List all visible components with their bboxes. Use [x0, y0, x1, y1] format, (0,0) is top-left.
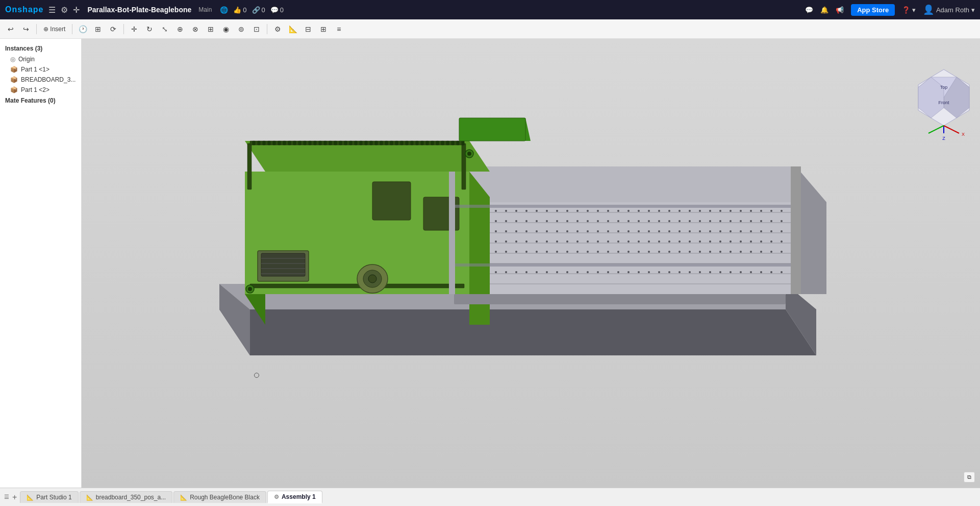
document-tabs-bar: ☰ + 📐 Part Studio 1 📐 breadboard_350_pos… — [0, 488, 980, 506]
insert-button[interactable]: ⊕ Insert — [40, 22, 68, 36]
user-menu-chevron-icon: ▾ — [971, 6, 975, 14]
link-icon[interactable]: 🔗 0 — [252, 6, 265, 14]
svg-rect-69 — [668, 220, 670, 222]
svg-rect-174 — [760, 251, 762, 253]
svg-rect-144 — [781, 240, 783, 243]
svg-rect-138 — [719, 240, 721, 243]
svg-rect-102 — [679, 230, 681, 232]
svg-rect-181 — [505, 271, 507, 273]
mate-button[interactable]: ⊕ — [173, 22, 187, 36]
pin-slot-button[interactable]: ⊡ — [250, 22, 263, 36]
add-icon[interactable]: ✛ — [73, 5, 80, 15]
svg-rect-254 — [441, 141, 444, 145]
svg-marker-1 — [219, 309, 816, 355]
svg-rect-264 — [261, 253, 305, 276]
3d-viewport[interactable]: Front Top Z X ⧉ — [82, 39, 980, 488]
breadboard-item[interactable]: 📦 BREADBOARD_3... — [0, 75, 81, 85]
svg-rect-52 — [495, 220, 497, 222]
list-view-icon[interactable]: ⚙ — [61, 5, 68, 15]
display-settings-button[interactable]: ⧉ — [964, 472, 975, 483]
tab-list-icon[interactable]: ☰ — [4, 494, 9, 500]
svg-rect-227 — [304, 141, 306, 145]
svg-marker-209 — [245, 141, 490, 172]
transform-button[interactable]: ⤡ — [158, 22, 171, 36]
svg-rect-67 — [648, 220, 650, 222]
translate-button[interactable]: ✛ — [128, 22, 141, 36]
misc-button[interactable]: ≡ — [332, 22, 345, 36]
svg-rect-92 — [576, 230, 579, 232]
document-title: Parallax-Bot-Plate-Beaglebone — [87, 6, 191, 14]
breadboard-tab-icon: 📐 — [86, 494, 93, 501]
svg-rect-175 — [770, 251, 772, 253]
svg-rect-105 — [709, 230, 711, 232]
svg-rect-190 — [597, 271, 599, 273]
thumbs-up-icon[interactable]: 👍 0 — [233, 6, 246, 14]
explode-button[interactable]: ⊞ — [91, 22, 105, 36]
tab-part-studio-1[interactable]: 📐 Part Studio 1 — [20, 491, 78, 503]
origin-item[interactable]: ◎ Origin — [0, 54, 81, 64]
assembly-tab-icon: ⚙ — [274, 494, 279, 500]
fastened-mate-button[interactable]: ⊗ — [189, 22, 202, 36]
svg-text:Front: Front — [938, 100, 949, 105]
svg-rect-123 — [566, 240, 568, 243]
chat-bubble-icon[interactable]: 💬 — [805, 6, 813, 14]
svg-rect-139 — [730, 240, 732, 243]
rotate-button[interactable]: ↻ — [143, 22, 156, 36]
svg-rect-205 — [750, 271, 752, 273]
tab-assembly-1[interactable]: ⚙ Assembly 1 — [267, 491, 322, 503]
measure-button[interactable]: 📐 — [286, 22, 299, 36]
svg-rect-118 — [515, 240, 517, 243]
svg-rect-37 — [668, 210, 670, 212]
svg-rect-220 — [268, 141, 270, 145]
svg-rect-239 — [365, 141, 367, 145]
svg-rect-197 — [668, 271, 670, 273]
grid-button[interactable]: ⊞ — [317, 22, 330, 36]
part1-instance1-item[interactable]: 📦 Part 1 <1> — [0, 64, 81, 75]
svg-rect-44 — [740, 210, 742, 212]
part1-instance2-item[interactable]: 📦 Part 1 <2> — [0, 85, 81, 95]
svg-rect-200 — [699, 271, 701, 273]
add-tab-button[interactable]: + — [12, 493, 17, 502]
alert-icon[interactable]: 📢 — [836, 6, 844, 14]
svg-marker-5 — [449, 166, 826, 202]
help-icon[interactable]: ❓ ▾ — [902, 6, 916, 14]
svg-rect-80 — [781, 220, 783, 222]
svg-rect-72 — [699, 220, 701, 222]
tab-breadboard[interactable]: 📐 breadboard_350_pos_a... — [80, 491, 172, 503]
cylindrical-mate-button[interactable]: ⊚ — [235, 22, 248, 36]
part-icon-3: 📦 — [10, 86, 18, 93]
instances-section-title[interactable]: Instances (3) — [0, 43, 81, 54]
svg-rect-90 — [556, 230, 558, 232]
mate-features-section-title[interactable]: Mate Features (0) — [0, 95, 81, 106]
app-store-button[interactable]: App Store — [851, 4, 895, 16]
history-button[interactable]: 🕐 — [76, 22, 89, 36]
svg-rect-38 — [679, 210, 681, 212]
tab-rough-beaglebone[interactable]: 📐 Rough BeagleBone Black — [173, 491, 266, 503]
svg-rect-136 — [699, 240, 701, 243]
svg-rect-223 — [283, 141, 286, 145]
undo-button[interactable]: ↩ — [4, 22, 17, 36]
slider-mate-button[interactable]: ◉ — [219, 22, 233, 36]
svg-rect-43 — [730, 210, 732, 212]
svg-rect-26 — [556, 210, 558, 212]
hamburger-menu-icon[interactable]: ☰ — [48, 5, 56, 15]
svg-rect-192 — [617, 271, 619, 273]
svg-rect-244 — [390, 141, 393, 145]
globe-icon[interactable]: 🌐 — [220, 6, 228, 14]
svg-rect-73 — [709, 220, 711, 222]
svg-rect-70 — [679, 220, 681, 222]
svg-rect-39 — [689, 210, 691, 212]
revolute-mate-button[interactable]: ⊞ — [204, 22, 217, 36]
notification-bell-icon[interactable]: 🔔 — [820, 6, 828, 14]
svg-rect-120 — [536, 240, 538, 243]
svg-rect-232 — [329, 141, 332, 145]
animate-button[interactable]: ⟳ — [107, 22, 120, 36]
settings-button[interactable]: ⚙ — [271, 22, 284, 36]
redo-button[interactable]: ↪ — [19, 22, 33, 36]
svg-rect-241 — [375, 141, 378, 145]
section-view-button[interactable]: ⊟ — [301, 22, 315, 36]
svg-rect-111 — [770, 230, 772, 232]
comment-icon[interactable]: 💬 0 — [270, 6, 284, 14]
user-menu-button[interactable]: 👤 Adam Roth ▾ — [923, 4, 975, 15]
svg-marker-6 — [449, 202, 796, 294]
